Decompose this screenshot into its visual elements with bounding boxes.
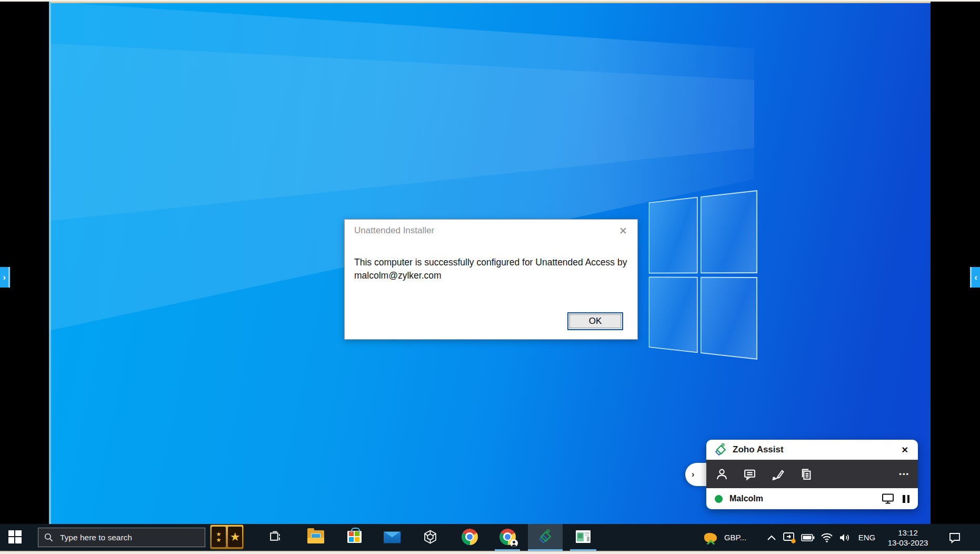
connected-user-name: Malcolm [729, 494, 873, 503]
online-status-dot [715, 495, 723, 503]
pause-session-icon[interactable] [903, 495, 909, 503]
search-icon [44, 532, 54, 542]
3d-viewer-icon [423, 530, 437, 544]
taskbar: ★ ★ ★ [0, 524, 980, 551]
wifi-icon[interactable] [819, 524, 835, 551]
profile-badge-icon [510, 539, 518, 547]
taskbar-app-3d-viewer[interactable] [417, 524, 443, 549]
left-expand-button[interactable]: › [0, 267, 10, 288]
tray-currency-app-icon[interactable] [701, 524, 720, 551]
more-options-icon[interactable]: ••• [899, 470, 909, 478]
taskbar-app-zoho-assist-active[interactable] [528, 524, 563, 549]
zoho-assist-icon [537, 529, 554, 545]
taskbar-app-file-explorer[interactable] [303, 524, 328, 549]
windows-logo-wallpaper [649, 190, 757, 360]
ok-button-label: OK [589, 316, 602, 326]
chevron-right-icon: › [692, 470, 694, 479]
chrome-icon [462, 529, 478, 545]
language-indicator[interactable]: ENG [856, 524, 878, 551]
notification-icon [948, 532, 961, 543]
microsoft-store-icon [347, 531, 362, 543]
windows-logo-pane [649, 197, 697, 273]
battery-icon[interactable] [800, 524, 816, 551]
windows-logo-pane [701, 276, 757, 360]
zoho-assist-logo-icon [714, 443, 728, 457]
time-label: 13:12 [898, 528, 918, 538]
taskbar-app-filmstrip[interactable]: ★ ★ ★ [208, 524, 245, 550]
windows-logo-pane [649, 276, 697, 353]
right-expand-button[interactable]: ‹ [970, 267, 980, 288]
screen: › ‹ Unattended Installer ✕ This computer… [0, 0, 980, 554]
file-explorer-icon [307, 530, 324, 543]
zoho-assist-panel: Zoho Assist ✕ [706, 440, 918, 509]
taskbar-app-mail[interactable] [379, 524, 405, 549]
monitor-icon[interactable] [882, 493, 894, 504]
taskbar-app-chrome[interactable] [457, 524, 482, 549]
unattended-installer-dialog: Unattended Installer ✕ This computer is … [344, 219, 638, 340]
volume-icon[interactable] [837, 524, 853, 551]
chat-icon[interactable] [743, 467, 756, 481]
assist-panel-title: Zoho Assist [733, 444, 899, 455]
dialog-close-icon[interactable]: ✕ [616, 224, 630, 238]
assist-panel-user-row: Malcolm [706, 488, 918, 509]
app-window-icon [575, 530, 591, 543]
assist-panel-close-icon[interactable]: ✕ [899, 444, 911, 456]
date-label: 13-03-2023 [888, 538, 928, 548]
copy-clipboard-icon[interactable] [798, 467, 812, 481]
clock[interactable]: 13:12 13-03-2023 [880, 524, 936, 551]
tray-currency-label[interactable]: GBP... [722, 524, 749, 551]
taskbar-app-chrome-profile[interactable] [495, 524, 520, 549]
dialog-message-line1: This computer is successfully configured… [354, 256, 628, 269]
desktop-left-edge-highlight [49, 2, 51, 524]
currency-ticker-icon [704, 533, 717, 542]
annotate-pen-icon[interactable] [771, 467, 784, 481]
task-view-button[interactable] [262, 524, 287, 549]
assist-panel-header: Zoho Assist ✕ [706, 440, 918, 460]
taskbar-app-microsoft-store[interactable] [342, 524, 367, 549]
tray-screen-share-icon[interactable] [781, 524, 798, 551]
dialog-message: This computer is successfully configured… [354, 256, 628, 282]
assist-panel-toolbar: ••• [706, 460, 918, 488]
star-icon: ★ [216, 531, 222, 537]
desktop-top-border [49, 2, 931, 3]
star-icon: ★ [216, 537, 222, 543]
task-view-icon [268, 530, 282, 543]
windows-start-icon [8, 530, 22, 543]
filmstrip-icon: ★ ★ ★ [210, 525, 244, 549]
assist-panel-collapse-tab[interactable]: › [685, 463, 707, 486]
dialog-title: Unattended Installer [354, 225, 434, 236]
start-button[interactable] [3, 524, 26, 549]
mail-icon [384, 530, 401, 543]
action-center-button[interactable] [944, 524, 965, 551]
chevron-up-icon [767, 535, 776, 541]
viewer-bottom-edge [0, 551, 980, 554]
chevron-left-icon: ‹ [974, 272, 977, 283]
windows-logo-pane [701, 190, 757, 273]
participants-icon[interactable] [715, 467, 728, 481]
chevron-right-icon: › [3, 272, 6, 283]
search-input[interactable] [60, 533, 199, 542]
dialog-message-line2: malcolm@zylker.com [354, 269, 628, 282]
star-icon: ★ [230, 531, 241, 543]
taskbar-search-box[interactable] [38, 528, 205, 547]
show-hidden-icons-button[interactable] [764, 524, 779, 551]
taskbar-app-window[interactable] [570, 524, 596, 549]
ok-button[interactable]: OK [567, 312, 623, 330]
